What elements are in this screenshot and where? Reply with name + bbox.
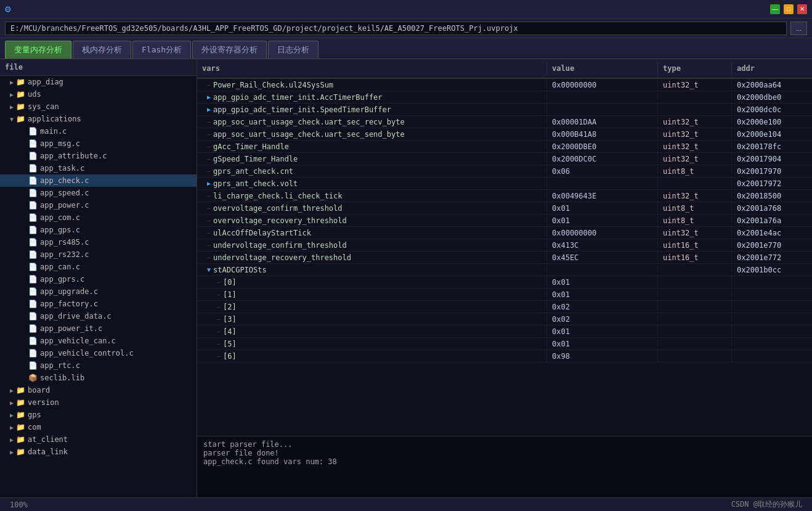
var-name-cell: — [1] <box>197 288 547 300</box>
file-tree[interactable]: ▶📁app_diag▶📁uds▶📁sys_can▼📁applications📄m… <box>0 76 197 497</box>
var-name-text: [0] <box>223 278 237 287</box>
expand-icon: — <box>217 316 221 322</box>
table-row[interactable]: — app_soc_uart_usage_check.uart_sec_send… <box>197 128 812 141</box>
tree-item-label: app_factory.c <box>40 300 98 308</box>
table-row[interactable]: — [4] 0x01 <box>197 325 812 338</box>
table-row[interactable]: — li_charge_check.li_check_tick 0x004964… <box>197 190 812 202</box>
table-row[interactable]: — [1] 0x01 <box>197 288 812 301</box>
var-name-text: [3] <box>223 315 237 324</box>
expand-arrow[interactable]: ▶ <box>10 412 14 419</box>
table-row[interactable]: — [6] 0x98 <box>197 350 812 362</box>
col-type: type <box>658 62 732 75</box>
file-tree-item-app_upgrade_c[interactable]: 📄app_upgrade.c <box>0 285 197 298</box>
minimize-button[interactable]: — <box>770 4 780 14</box>
file-tree-item-main_c[interactable]: 📄main.c <box>0 125 197 137</box>
expand-arrow[interactable]: ▶ <box>10 104 14 110</box>
var-value-cell: 0x06 <box>547 165 658 177</box>
file-tree-item-app_com_c[interactable]: 📄app_com.c <box>0 211 197 224</box>
browse-button[interactable]: ... <box>790 22 807 35</box>
file-tree-item-applications[interactable]: ▼📁applications <box>0 113 197 125</box>
zoom-level: 100% <box>10 501 28 509</box>
expand-icon[interactable]: ▼ <box>207 266 211 273</box>
table-row[interactable]: ▶ gprs_ant_check.volt 0x20017972 <box>197 178 812 190</box>
file-tree-item-seclib_lib[interactable]: 📦seclib.lib <box>0 372 197 384</box>
file-tree-item-app_speed_c[interactable]: 📄app_speed.c <box>0 187 197 199</box>
file-tree-item-app_vehicle_control_c[interactable]: 📄app_vehicle_control.c <box>0 347 197 359</box>
file-tree-item-app_vehicle_can_c[interactable]: 📄app_vehicle_can.c <box>0 335 197 347</box>
var-name-text: gprs_ant_check.cnt <box>213 167 293 176</box>
var-name-text: [6] <box>223 352 237 361</box>
expand-arrow[interactable]: ▶ <box>10 91 14 98</box>
file-tree-item-app_msg_c[interactable]: 📄app_msg.c <box>0 137 197 150</box>
table-row[interactable]: — app_soc_uart_usage_check.uart_sec_recv… <box>197 116 812 128</box>
file-tree-item-app_rtc_c[interactable]: 📄app_rtc.c <box>0 359 197 372</box>
table-row[interactable]: — gAcc_Timer_Handle 0x2000DBE0 uint32_t … <box>197 141 812 153</box>
file-tree-item-at_client[interactable]: ▶📁at_client <box>0 433 197 446</box>
file-tree-item-app_power_it_c[interactable]: 📄app_power_it.c <box>0 322 197 335</box>
table-row[interactable]: — [3] 0x02 <box>197 313 812 325</box>
var-value-cell <box>547 178 658 189</box>
table-row[interactable]: — [5] 0x01 <box>197 338 812 350</box>
close-button[interactable]: ✕ <box>797 4 807 14</box>
file-tree-item-board[interactable]: ▶📁board <box>0 384 197 396</box>
tab-tab4[interactable]: 外设寄存器分析 <box>192 41 267 59</box>
expand-arrow[interactable]: ▶ <box>10 436 14 443</box>
expand-icon[interactable]: ▶ <box>207 94 211 100</box>
table-row[interactable]: ▶ app_gpio_adc_timer_init.SpeedTimerBuff… <box>197 104 812 116</box>
expand-icon[interactable]: ▶ <box>207 106 211 113</box>
table-row[interactable]: — gSpeed_Timer_Handle 0x2000DC0C uint32_… <box>197 153 812 165</box>
file-tree-item-version[interactable]: ▶📁version <box>0 396 197 409</box>
table-row[interactable]: — overvoltage_recovery_threshold 0x01 ui… <box>197 215 812 227</box>
var-type-cell: uint8_t <box>658 202 732 214</box>
maximize-button[interactable]: □ <box>784 4 794 14</box>
file-tree-item-uds[interactable]: ▶📁uds <box>0 88 197 100</box>
tab-tab1[interactable]: 变量内存分析 <box>5 41 71 59</box>
file-tree-item-app_power_c[interactable]: 📄app_power.c <box>0 199 197 211</box>
file-tree-item-app_gprs_c[interactable]: 📄app_gprs.c <box>0 273 197 285</box>
table-row[interactable]: ▼ stADCGPIOSts 0x2001b0cc <box>197 264 812 276</box>
table-row[interactable]: — overvoltage_confirm_threshold 0x01 uin… <box>197 202 812 215</box>
table-row[interactable]: — gprs_ant_check.cnt 0x06 uint8_t 0x2001… <box>197 165 812 178</box>
file-tree-item-com[interactable]: ▶📁com <box>0 421 197 433</box>
folder-icon: 📁 <box>16 102 25 111</box>
file-tree-item-sys_can[interactable]: ▶📁sys_can <box>0 100 197 113</box>
file-tree-item-app_can_c[interactable]: 📄app_can.c <box>0 261 197 273</box>
file-tree-item-app_rs232_c[interactable]: 📄app_rs232.c <box>0 248 197 261</box>
expand-arrow[interactable]: ▶ <box>10 399 14 406</box>
tab-tab3[interactable]: Flash分析 <box>132 41 191 59</box>
table-row[interactable]: — undervoltage_recovery_threshold 0x45EC… <box>197 251 812 264</box>
file-icon: 📄 <box>28 250 38 259</box>
var-name-cell: — app_soc_uart_usage_check.uart_sec_recv… <box>197 116 547 128</box>
expand-arrow[interactable]: ▶ <box>10 424 14 431</box>
table-row[interactable]: — [2] 0x02 <box>197 301 812 313</box>
table-row[interactable]: — ulAccOffDelayStartTick 0x00000000 uint… <box>197 227 812 239</box>
file-tree-item-app_rs485_c[interactable]: 📄app_rs485.c <box>0 236 197 248</box>
table-row[interactable]: — [0] 0x01 <box>197 276 812 288</box>
path-input[interactable] <box>5 22 787 35</box>
file-tree-item-app_drive_data_c[interactable]: 📄app_drive_data.c <box>0 310 197 322</box>
table-row[interactable]: — Power_Rail_Check.ul24SysSum 0x00000000… <box>197 79 812 91</box>
file-icon: 📄 <box>28 176 38 185</box>
tree-item-label: app_rs232.c <box>40 250 89 259</box>
table-row[interactable]: — undervoltage_confirm_threshold 0x413C … <box>197 239 812 251</box>
expand-icon[interactable]: ▶ <box>207 180 211 187</box>
file-tree-item-app_check_c[interactable]: 📄app_check.c <box>0 174 197 187</box>
expand-arrow[interactable]: ▶ <box>10 449 14 456</box>
var-name-cell: ▼ stADCGPIOSts <box>197 264 547 276</box>
tab-tab2[interactable]: 栈内存分析 <box>73 41 131 59</box>
expand-arrow[interactable]: ▶ <box>10 387 14 394</box>
var-name-cell: ▶ app_gpio_adc_timer_init.SpeedTimerBuff… <box>197 104 547 115</box>
file-tree-item-gps[interactable]: ▶📁gps <box>0 409 197 421</box>
tab-tab5[interactable]: 日志分析 <box>268 41 319 59</box>
file-tree-item-app_factory_c[interactable]: 📄app_factory.c <box>0 298 197 310</box>
vars-table-body[interactable]: — Power_Rail_Check.ul24SysSum 0x00000000… <box>197 79 812 436</box>
expand-arrow[interactable]: ▼ <box>10 116 14 123</box>
file-tree-item-app_diag[interactable]: ▶📁app_diag <box>0 76 197 88</box>
file-tree-item-data_link[interactable]: ▶📁data_link <box>0 446 197 458</box>
file-tree-item-app_attribute_c[interactable]: 📄app_attribute.c <box>0 150 197 162</box>
file-tree-item-app_task_c[interactable]: 📄app_task.c <box>0 162 197 174</box>
expand-arrow[interactable]: ▶ <box>10 79 14 86</box>
table-row[interactable]: ▶ app_gpio_adc_timer_init.AccTimerBuffer… <box>197 91 812 104</box>
file-tree-item-app_gps_c[interactable]: 📄app_gps.c <box>0 224 197 236</box>
tree-item-label: app_power.c <box>40 201 89 210</box>
